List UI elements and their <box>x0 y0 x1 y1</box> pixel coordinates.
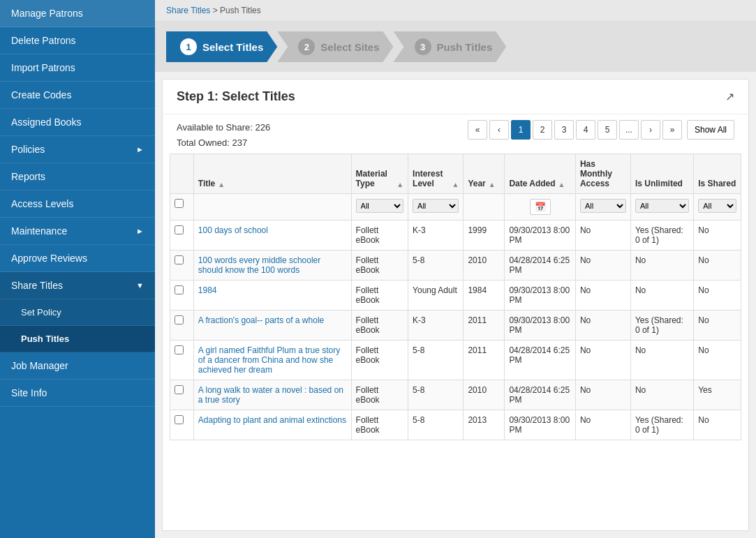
row-title[interactable]: A girl named Faithful Plum a true story … <box>193 341 351 380</box>
row-year: 2013 <box>464 410 505 440</box>
row-checkbox-cell[interactable] <box>170 221 194 251</box>
breadcrumb-parent[interactable]: Share Titles <box>166 6 210 15</box>
sidebar-item-create-codes[interactable]: Create Codes <box>0 82 155 109</box>
row-checkbox-cell[interactable] <box>170 410 194 440</box>
row-checkbox[interactable] <box>175 415 184 424</box>
row-shared: No <box>694 221 741 251</box>
available-stat: Available to Share: 226 <box>177 120 270 135</box>
row-checkbox[interactable] <box>175 315 184 324</box>
shared-filter-select[interactable]: All <box>698 199 736 213</box>
sidebar-item-assigned-books[interactable]: Assigned Books <box>0 109 155 136</box>
content-panel: Step 1: Select Titles ↗ Available to Sha… <box>162 79 749 531</box>
row-checkbox[interactable] <box>175 345 184 354</box>
row-interest: 5-8 <box>408 380 464 410</box>
row-checkbox-cell[interactable] <box>170 380 194 410</box>
row-unlimited: Yes (Shared: 0 of 1) <box>630 410 693 440</box>
step-3-label: Push Titles <box>437 41 493 53</box>
row-title[interactable]: A fraction's goal-- parts of a whole <box>193 311 351 341</box>
row-title[interactable]: 1984 <box>193 281 351 311</box>
wizard-step-2[interactable]: 2 Select Sites <box>277 31 393 62</box>
row-material: Follett eBook <box>351 221 408 251</box>
row-checkbox[interactable] <box>175 255 184 264</box>
filter-title-cell <box>193 194 351 221</box>
page-last[interactable]: » <box>662 120 682 140</box>
page-first[interactable]: « <box>468 120 487 140</box>
material-filter-select[interactable]: All <box>356 199 404 213</box>
row-title[interactable]: A long walk to water a novel : based on … <box>193 380 351 410</box>
sidebar-item-job-manager[interactable]: Job Manager <box>0 352 155 380</box>
sidebar-item-access-levels[interactable]: Access Levels <box>0 190 155 218</box>
filter-shared-cell[interactable]: All <box>694 194 741 221</box>
sidebar-subitem-push-titles[interactable]: Push Titles <box>0 326 155 352</box>
filter-interest-cell[interactable]: All <box>408 194 464 221</box>
date-filter-button[interactable]: 📅 <box>530 199 551 215</box>
page-prev[interactable]: ‹ <box>489 120 509 140</box>
row-interest: K-3 <box>408 221 464 251</box>
row-title[interactable]: Adapting to plant and animal extinctions <box>193 410 351 440</box>
row-monthly: No <box>575 281 630 311</box>
expand-icon[interactable]: ↗ <box>725 90 734 103</box>
interest-filter-select[interactable]: All <box>413 199 459 213</box>
th-title[interactable]: Title ▲ <box>193 154 351 194</box>
filter-date-cell[interactable]: 📅 <box>505 194 576 221</box>
th-date-added[interactable]: Date Added ▲ <box>505 154 576 194</box>
page-4[interactable]: 4 <box>576 120 595 140</box>
row-title[interactable]: 100 days of school <box>193 221 351 251</box>
row-checkbox[interactable] <box>175 225 184 234</box>
row-checkbox[interactable] <box>175 385 184 394</box>
page-5[interactable]: 5 <box>598 120 617 140</box>
page-2[interactable]: 2 <box>533 120 552 140</box>
th-is-unlimited[interactable]: Is Unlimited <box>630 154 693 194</box>
main-content: Share Titles > Push Titles 1 Select Titl… <box>155 0 756 538</box>
row-checkbox-cell[interactable] <box>170 251 194 281</box>
show-all-button[interactable]: Show All <box>687 120 734 140</box>
row-title[interactable]: 100 words every middle schooler should k… <box>193 251 351 281</box>
sidebar-item-reports[interactable]: Reports <box>0 163 155 190</box>
row-year: 2010 <box>464 251 505 281</box>
sidebar-item-share-titles[interactable]: Share Titles ▼ <box>0 272 155 299</box>
sidebar-item-manage-patrons[interactable]: Manage Patrons <box>0 0 155 27</box>
row-checkbox[interactable] <box>175 285 184 294</box>
th-material-type[interactable]: Material Type ▲ <box>351 154 408 194</box>
row-date-added: 09/30/2013 8:00 PM <box>505 221 576 251</box>
sidebar-subitem-set-policy[interactable]: Set Policy <box>0 299 155 326</box>
monthly-filter-select[interactable]: All <box>580 199 626 213</box>
step-1-label: Select Titles <box>202 41 263 53</box>
row-shared: No <box>694 311 741 341</box>
filter-year-cell <box>464 194 505 221</box>
row-interest: Young Adult <box>408 281 464 311</box>
th-year[interactable]: Year ▲ <box>464 154 505 194</box>
th-monthly-access[interactable]: Has Monthly Access <box>575 154 630 194</box>
breadcrumb-current: Push Titles <box>220 6 261 15</box>
pagination: « ‹ 1 2 3 4 5 ... › » Show All <box>468 120 734 140</box>
filter-unlimited-cell[interactable]: All <box>630 194 693 221</box>
sidebar-item-approve-reviews[interactable]: Approve Reviews <box>0 245 155 272</box>
wizard-step-3[interactable]: 3 Push Titles <box>394 31 507 62</box>
row-checkbox-cell[interactable] <box>170 341 194 380</box>
sidebar-item-import-patrons[interactable]: Import Patrons <box>0 54 155 82</box>
row-date-added: 04/28/2014 6:25 PM <box>505 251 576 281</box>
sidebar-item-delete-patrons[interactable]: Delete Patrons <box>0 27 155 54</box>
select-all-checkbox[interactable] <box>175 199 184 208</box>
row-year: 1984 <box>464 281 505 311</box>
row-checkbox-cell[interactable] <box>170 311 194 341</box>
th-interest-level[interactable]: Interest Level ▲ <box>408 154 464 194</box>
page-3[interactable]: 3 <box>554 120 574 140</box>
unlimited-filter-select[interactable]: All <box>635 199 689 213</box>
sidebar-item-policies[interactable]: Policies ► <box>0 136 155 163</box>
page-next[interactable]: › <box>641 120 660 140</box>
row-monthly: No <box>575 251 630 281</box>
sidebar-item-site-info[interactable]: Site Info <box>0 380 155 407</box>
sidebar: Manage Patrons Delete Patrons Import Pat… <box>0 0 155 538</box>
sidebar-item-maintenance[interactable]: Maintenance ► <box>0 218 155 245</box>
table-row: A long walk to water a novel : based on … <box>170 380 741 410</box>
th-is-shared[interactable]: Is Shared <box>694 154 741 194</box>
filter-material-cell[interactable]: All <box>351 194 408 221</box>
row-unlimited: No <box>630 341 693 380</box>
row-checkbox-cell[interactable] <box>170 281 194 311</box>
page-1[interactable]: 1 <box>511 120 531 140</box>
filter-monthly-cell[interactable]: All <box>575 194 630 221</box>
wizard-step-1[interactable]: 1 Select Titles <box>166 31 277 62</box>
stats-section: Available to Share: 226 Total Owned: 237 <box>177 120 270 151</box>
row-year: 1999 <box>464 221 505 251</box>
